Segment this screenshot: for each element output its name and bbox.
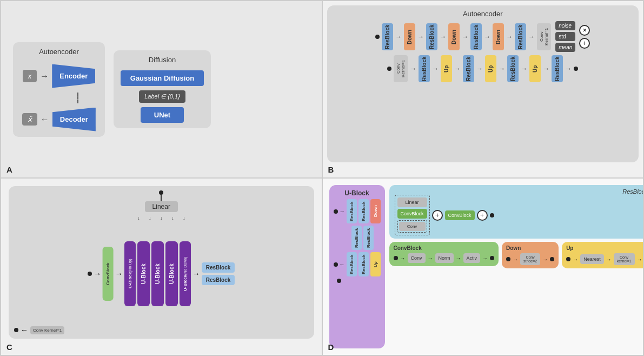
conv-small-c: Conv Kernel=1 [30,326,64,334]
unet-block: UNet [141,107,184,123]
panel-d-inner: U-Block → ResBlock ResBlock Down ResBloc… [327,183,639,351]
panel-c-label: C [6,342,12,352]
d-res-5: ResBlock [347,252,357,276]
conv-k1-small: Conv [399,222,426,231]
u-block-1: U-Block [137,241,150,306]
panel-b: Autoencoder ResBlock → Down → ResBlock →… [322,1,644,178]
c-dot-bottom [14,328,18,332]
panel-b-label: B [328,165,334,174]
dot-end [574,67,578,71]
panel-a: Autoencoder x → Encoder x̃ ← Decoder [1,1,322,178]
add-op: + [579,38,590,49]
u-block-2: U-Block [151,241,164,306]
diffusion-title: Diffusion [149,56,176,64]
down-block-3: Down [493,23,504,50]
panel-d: U-Block → ResBlock ResBlock Down ResBloc… [322,178,644,355]
down-panel: Down → Convstride=2 → [502,242,559,268]
d-up-1: Up [370,252,381,276]
dot-start-2 [387,67,391,71]
d-res-3: ResBlock [351,226,362,250]
arr1: → [395,33,402,41]
res-block-panel: ResBlock Linear ConvBlock Conv + ConvBlo… [389,185,644,239]
autoencoder-section: Autoencoder x → Encoder x̃ ← Decoder [13,42,105,137]
x-output: x̃ [22,113,37,126]
main-grid: Autoencoder x → Encoder x̃ ← Decoder [0,0,644,356]
res-block-panel-title: ResBlock [395,188,644,195]
res-block-2: ResBlock [426,23,437,50]
gaussian-block: Gaussian Diffusion [121,70,204,86]
arrow-right: → [40,71,49,81]
res-block-4: ResBlock [515,23,526,50]
u-block-3: U-Block [165,241,178,306]
autoencoder-title: Autoencoder [39,48,79,56]
linear-label: Linear [145,201,178,212]
arrow-left: ← [41,115,49,124]
right-panels: ResBlock Linear ConvBlock Conv + ConvBlo… [389,185,644,348]
conv-small: Conv [408,253,426,263]
linear-small: Linear [397,197,427,207]
u-block-main-title: U-Block [344,189,369,197]
conv-block-green: ConvBlock [103,247,114,301]
conv-block-small: ConvBlock [397,209,427,219]
d-res-1: ResBlock [347,199,357,223]
down-row: → Convstride=2 → [506,253,554,265]
conv-k1-up: Convkernel=1 [614,253,635,265]
activ-small: Activ [463,253,481,263]
encoder-block: Encoder [52,64,95,88]
d-res-6: ResBlock [358,252,369,276]
c-dot-top [159,190,163,195]
b-top-row: ResBlock → Down → ResBlock → Down → ResB… [333,21,634,52]
add-op-res: + [432,210,443,221]
diffusion-section: Diffusion Gaussian Diffusion Label ∈ {0,… [114,50,211,128]
res-block-1: ResBlock [382,23,393,50]
multiply-op: × [579,25,590,36]
u-block-no-down: U-Block (No Down) [180,241,191,306]
res-block-7: ResBlock [507,55,519,82]
res-block-8: ResBlock [552,55,563,82]
panel-c: Linear ↓ ↓ ↓ ↓ ↓ → ConvBlock → [1,178,322,355]
c-dot-left [88,272,92,276]
conv-block-row: → Conv → Norm → Activ → [394,253,495,263]
conv-k1: ConvKernel=1 [537,23,551,50]
b-bottom-row: ConvKernel=1 → ResBlock → Up → ResBlock … [333,55,634,82]
down-panel-title: Down [506,245,554,251]
conv-block-panel-title: ConvBlock [394,245,495,251]
res-block-c-2: ResBlock [202,275,235,285]
res-block-3: ResBlock [470,23,482,50]
autoencoder-large: Autoencoder ResBlock → Down → ResBlock →… [327,5,639,162]
norm-small: Norm [435,253,454,263]
panel-d-label: D [328,342,334,352]
add-op-res2: + [477,210,488,221]
down-block-2: Down [448,23,460,50]
d-res-4: ResBlock [363,226,374,250]
panel-c-inner: Linear ↓ ↓ ↓ ↓ ↓ → ConvBlock → [9,186,314,339]
up-panel-title: Up [566,245,643,251]
res-block-6: ResBlock [463,55,474,82]
d-down-1: Down [370,199,381,223]
x-input: x [23,70,37,82]
panel-b-title: Autoencoder [333,10,634,18]
bottom-row-panels: ConvBlock → Conv → Norm → Activ → [389,242,644,268]
panel-a-label: A [6,165,12,174]
nearest-small: Nearest [580,254,604,264]
up-block-3: Up [529,55,541,82]
mean-box: mean [555,43,575,52]
up-row: → Nearest → Convkernel=1 → [566,253,643,265]
conv-k1-bottom: ConvKernel=1 [394,55,408,82]
down-block-1: Down [404,23,415,50]
conv-block-right: ConvBlock [445,210,475,220]
label-block: Label ∈ {0,1} [139,90,185,103]
d-res-2: ResBlock [358,199,369,223]
noise-box: noise [555,21,575,30]
res-block-c-1: ResBlock [202,262,235,273]
up-panel: Up → Nearest → Convkernel=1 → [562,242,643,268]
conv-stride2: Convstride=2 [520,253,540,265]
dot-start [375,35,380,39]
std-box: std [555,32,575,41]
conv-block-panel: ConvBlock → Conv → Norm → Activ → [389,242,499,266]
up-block-2: Up [485,55,496,82]
res-block-inner: Linear ConvBlock Conv + ConvBlock + [395,195,644,235]
u-block-main: U-Block → ResBlock ResBlock Down ResBloc… [329,185,385,348]
u-block-no-up: U-Block (No Up) [124,241,136,306]
res-block-5: ResBlock [419,55,430,82]
